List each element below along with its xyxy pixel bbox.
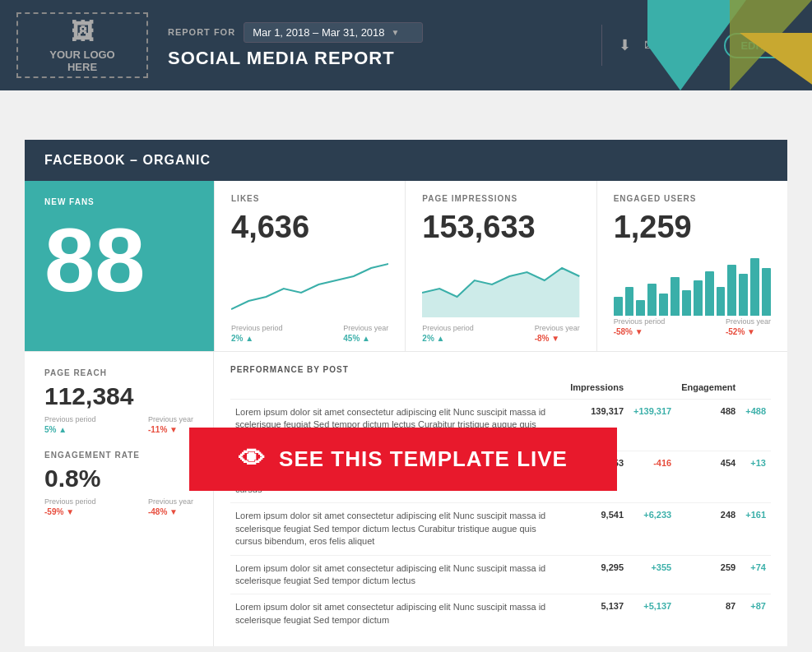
engagement-delta: +87 — [740, 594, 771, 633]
page-impressions-label: PAGE IMPRESSIONS — [422, 194, 579, 203]
left-panel: PAGE REACH 112,384 Previous period 5% Pr… — [25, 352, 214, 646]
impressions-delta: +355 — [629, 555, 676, 594]
right-panel: PERFORMANCE BY POST Impressions Engageme… — [214, 352, 787, 646]
page-impressions-value: 153,633 — [422, 210, 579, 245]
new-fans-tile: NEW FANS 88 — [25, 181, 214, 351]
overlay-banner[interactable]: 👁 SEE THIS TEMPLATE LIVE — [189, 428, 617, 491]
page-reach-footer: Previous period 5% Previous year -11% — [44, 415, 193, 434]
table-row: Lorem ipsum dolor sit amet consectetur a… — [230, 503, 771, 555]
bar — [694, 280, 703, 316]
table-row: Lorem ipsum dolor sit amet consectetur a… — [230, 594, 771, 633]
likes-label: LIKES — [231, 194, 388, 203]
engagement-rate-value: 0.8% — [44, 465, 193, 492]
er-prev-year: Previous year -48% — [148, 497, 193, 516]
col-header-impressions-delta — [629, 382, 676, 400]
engagement-delta: +161 — [740, 503, 771, 555]
header-gap — [0, 90, 812, 140]
col-header-engagement-delta — [740, 382, 771, 400]
impressions-value: 9,295 — [565, 555, 629, 594]
chevron-down-icon: ▼ — [392, 28, 400, 37]
post-text: Lorem ipsum dolor sit amet consectetur a… — [230, 594, 565, 633]
eu-prev-year: Previous year -52% — [726, 317, 771, 336]
engagement-value: 248 — [676, 503, 740, 555]
impressions-delta: +5,137 — [629, 594, 676, 633]
download-icon[interactable]: ⬇ — [619, 36, 631, 54]
header-center: REPORT FOR Mar 1, 2018 – Mar 31, 2018 ▼ … — [168, 22, 585, 69]
table-row: Lorem ipsum dolor sit amet consectetur a… — [230, 555, 771, 594]
engagement-delta: +488 — [740, 400, 771, 451]
pr-prev-period-value: 5% — [44, 425, 67, 434]
bar — [647, 284, 657, 316]
engaged-users-chart — [614, 252, 771, 317]
section-header: FACEBOOK – ORGANIC — [25, 140, 787, 181]
table-header-row: Impressions Engagement — [230, 382, 771, 400]
performance-header: PERFORMANCE BY POST — [230, 365, 771, 374]
likes-prev-period: Previous period 2% — [231, 324, 283, 343]
pr-prev-period: Previous period 5% — [44, 415, 96, 434]
bar — [727, 265, 736, 316]
bar — [762, 268, 771, 316]
svg-marker-0 — [422, 268, 579, 317]
header-divider — [601, 25, 602, 66]
engagement-value: 87 — [676, 594, 740, 633]
bar — [717, 287, 726, 316]
header: 🖼 YOUR LOGO HERE REPORT FOR Mar 1, 2018 … — [0, 0, 812, 90]
eu-prev-year-value: -52% — [726, 327, 771, 336]
bar — [750, 258, 759, 316]
pi-prev-period: Previous period 2% — [422, 324, 474, 343]
likes-prev-year: Previous year 45% — [343, 324, 388, 343]
post-text: Lorem ipsum dolor sit amet consectetur a… — [230, 555, 565, 594]
impressions-delta: +139,317 — [629, 400, 676, 451]
pi-prev-period-value: 2% — [422, 334, 474, 343]
performance-table: Impressions Engagement Lorem ipsum dolor… — [230, 382, 771, 633]
date-range-value: Mar 1, 2018 – Mar 31, 2018 — [253, 26, 384, 39]
logo-icon: 🖼 — [71, 18, 94, 45]
col-header-engagement: Engagement — [676, 382, 740, 400]
bar — [705, 271, 714, 316]
page-reach-value: 112,384 — [44, 382, 193, 410]
post-text: Lorem ipsum dolor sit amet consectetur a… — [230, 503, 565, 555]
logo-line2: HERE — [67, 61, 97, 73]
eu-prev-period-value: -58% — [614, 327, 666, 336]
col-header-impressions: Impressions — [565, 382, 629, 400]
header-decoration — [647, 0, 812, 90]
bar — [636, 300, 645, 316]
er-prev-period: Previous period -59% — [44, 497, 96, 516]
logo-line1: YOUR LOGO — [49, 49, 114, 61]
engagement-value: 259 — [676, 555, 740, 594]
lower-section: PAGE REACH 112,384 Previous period 5% Pr… — [25, 351, 787, 646]
likes-prev-year-value: 45% — [343, 334, 388, 343]
engaged-users-value: 1,259 — [614, 210, 771, 245]
page-impressions-tile: PAGE IMPRESSIONS 153,633 Previous period… — [405, 181, 596, 351]
pr-prev-year-value: -11% — [148, 425, 178, 434]
bar — [659, 294, 668, 316]
eye-icon: 👁 — [239, 444, 266, 474]
new-fans-label: NEW FANS — [44, 197, 194, 206]
engaged-users-tile: ENGAGED USERS 1,259 Previous period -58%… — [596, 181, 787, 351]
pi-prev-year-value: -8% — [535, 334, 580, 343]
pi-prev-year: Previous year -8% — [535, 324, 580, 343]
likes-prev-period-value: 2% — [231, 334, 283, 343]
engagement-delta: +13 — [740, 451, 771, 503]
er-prev-period-value: -59% — [44, 507, 74, 516]
engagement-value: 454 — [676, 451, 740, 503]
overlay-label: SEE THIS TEMPLATE LIVE — [279, 446, 568, 472]
bar — [670, 277, 680, 316]
engagement-rate-label: ENGAGEMENT RATE — [44, 451, 193, 460]
new-fans-value: 88 — [44, 215, 194, 305]
impressions-delta: +6,233 — [629, 503, 676, 555]
logo-placeholder: 🖼 YOUR LOGO HERE — [16, 12, 148, 78]
engaged-users-label: ENGAGED USERS — [614, 194, 771, 203]
pr-prev-year: Previous year -11% — [148, 415, 193, 434]
likes-tile: LIKES 4,636 Previous period 2% Previous … — [214, 181, 405, 351]
likes-chart — [231, 252, 388, 317]
engaged-users-footer: Previous period -58% Previous year -52% — [614, 317, 771, 336]
impressions-value: 9,541 — [565, 503, 629, 555]
likes-footer: Previous period 2% Previous year 45% — [231, 324, 388, 343]
er-prev-year-value: -48% — [148, 507, 178, 516]
likes-value: 4,636 — [231, 210, 388, 245]
engagement-value: 488 — [676, 400, 740, 451]
page-impressions-chart — [422, 252, 579, 317]
date-range-dropdown[interactable]: Mar 1, 2018 – Mar 31, 2018 ▼ — [244, 22, 423, 43]
page-reach-label: PAGE REACH — [44, 368, 193, 377]
